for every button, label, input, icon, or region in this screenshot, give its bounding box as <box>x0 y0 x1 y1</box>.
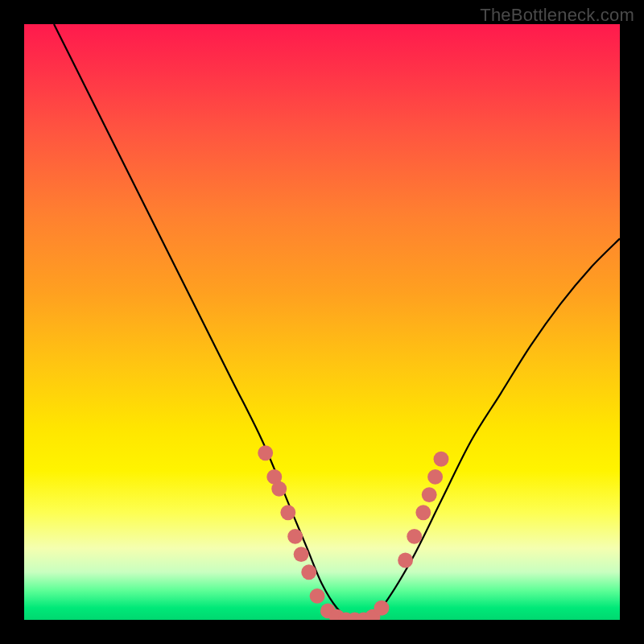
curve-marker <box>422 487 437 502</box>
curve-marker <box>434 452 449 467</box>
watermark-text: TheBottleneck.com <box>480 5 634 26</box>
curve-marker <box>287 529 303 544</box>
curve-marker <box>415 505 431 520</box>
curve-marker <box>407 529 422 544</box>
chart-plot-area <box>24 24 620 620</box>
bottleneck-curve-line <box>54 24 620 620</box>
curve-marker <box>427 469 443 485</box>
curve-marker <box>398 553 413 568</box>
curve-marker <box>310 588 325 604</box>
curve-marker <box>294 547 309 562</box>
chart-svg <box>24 24 620 620</box>
curve-markers-group <box>258 445 448 620</box>
curve-marker <box>301 564 316 580</box>
curve-marker <box>374 601 390 616</box>
curve-marker <box>258 445 273 460</box>
curve-marker <box>280 505 295 520</box>
curve-marker <box>271 481 287 497</box>
